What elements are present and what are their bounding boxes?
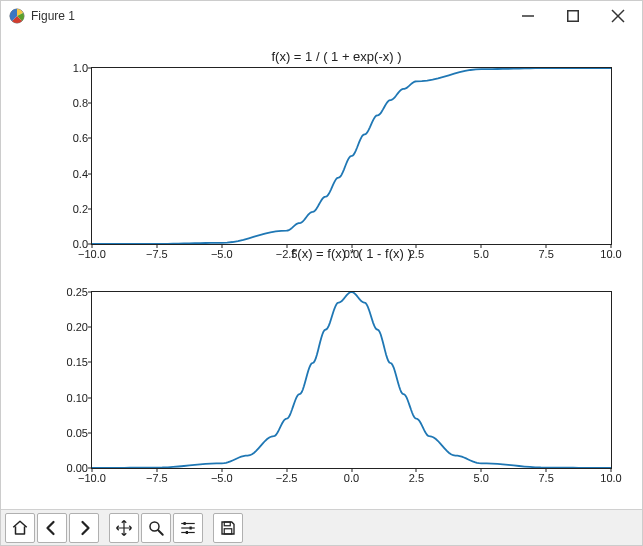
ytick-label: 0.25 [67, 286, 88, 298]
svg-line-6 [158, 530, 163, 535]
xtick-label: −5.0 [211, 248, 233, 260]
xtick-label: −2.5 [276, 472, 298, 484]
svg-rect-12 [186, 531, 188, 534]
window-titlebar: Figure 1 [1, 1, 642, 31]
xtick-label: 2.5 [409, 248, 424, 260]
xtick-label: 7.5 [538, 248, 553, 260]
window-title: Figure 1 [31, 9, 75, 23]
zoom-button[interactable] [141, 513, 171, 543]
subplot-1: f(x) = 1 / ( 1 + exp(-x) ) f'(x) = f(x) … [51, 51, 622, 275]
xtick-label: 5.0 [474, 472, 489, 484]
xtick-label: 0.0 [344, 472, 359, 484]
chart-title-1: f(x) = 1 / ( 1 + exp(-x) ) [51, 49, 622, 64]
xtick-label: 0.0 [344, 248, 359, 260]
ytick-label: 1.0 [73, 62, 88, 74]
xtick-label: −10.0 [78, 472, 106, 484]
axes-1[interactable]: f'(x) = f(x) * ( 1 - f(x) ) 0.00.20.40.6… [91, 67, 612, 245]
window-minimize-button[interactable] [505, 1, 550, 31]
svg-rect-14 [224, 528, 232, 533]
ytick-label: 0.8 [73, 97, 88, 109]
configure-subplots-button[interactable] [173, 513, 203, 543]
arrow-right-icon [75, 519, 93, 537]
xtick-label: −2.5 [276, 248, 298, 260]
xtick-label: −10.0 [78, 248, 106, 260]
ytick-label: 0.10 [67, 392, 88, 404]
ytick-label: 0.2 [73, 203, 88, 215]
move-icon [115, 519, 133, 537]
xtick-label: 7.5 [538, 472, 553, 484]
svg-rect-11 [190, 526, 192, 529]
subplot-2: 0.000.050.100.150.200.25−10.0−7.5−5.0−2.… [51, 275, 622, 499]
save-icon [219, 519, 237, 537]
ytick-label: 0.20 [67, 321, 88, 333]
zoom-icon [147, 519, 165, 537]
home-button[interactable] [5, 513, 35, 543]
xtick-label: 5.0 [474, 248, 489, 260]
matplotlib-icon [9, 8, 25, 24]
ytick-label: 0.6 [73, 132, 88, 144]
window-close-button[interactable] [595, 1, 640, 31]
xtick-label: −7.5 [146, 472, 168, 484]
svg-rect-10 [184, 522, 186, 525]
forward-button[interactable] [69, 513, 99, 543]
save-button[interactable] [213, 513, 243, 543]
sliders-icon [179, 519, 197, 537]
svg-rect-13 [224, 522, 230, 526]
xtick-label: 10.0 [600, 248, 621, 260]
window-maximize-button[interactable] [550, 1, 595, 31]
xtick-label: −7.5 [146, 248, 168, 260]
xtick-label: 10.0 [600, 472, 621, 484]
back-button[interactable] [37, 513, 67, 543]
home-icon [11, 519, 29, 537]
svg-rect-2 [567, 11, 578, 22]
axes-2[interactable]: 0.000.050.100.150.200.25−10.0−7.5−5.0−2.… [91, 291, 612, 469]
matplotlib-toolbar [1, 509, 642, 545]
ytick-label: 0.05 [67, 427, 88, 439]
arrow-left-icon [43, 519, 61, 537]
ytick-label: 0.15 [67, 356, 88, 368]
figure-canvas[interactable]: f(x) = 1 / ( 1 + exp(-x) ) f'(x) = f(x) … [1, 31, 642, 509]
ytick-label: 0.4 [73, 168, 88, 180]
pan-button[interactable] [109, 513, 139, 543]
xtick-label: −5.0 [211, 472, 233, 484]
xtick-label: 2.5 [409, 472, 424, 484]
